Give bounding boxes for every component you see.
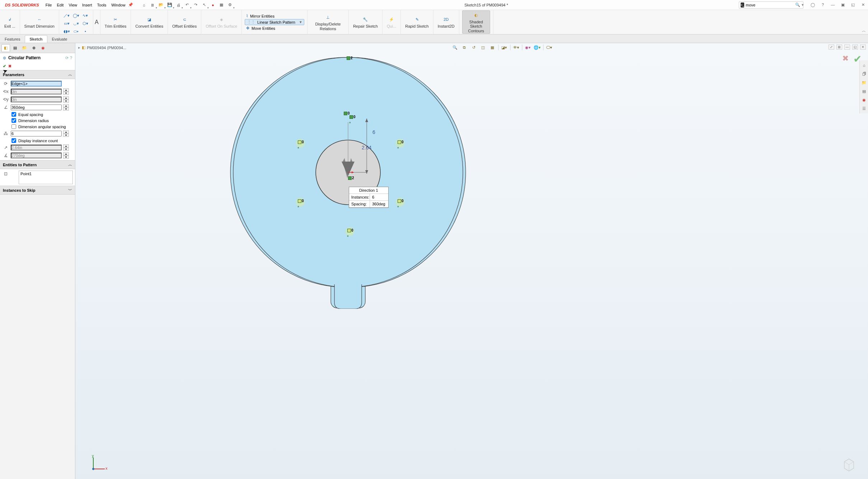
new-doc-icon[interactable]: 🗎 bbox=[149, 1, 156, 9]
marker-preview-4[interactable]: 0* bbox=[398, 199, 404, 203]
rail-properties-icon[interactable]: ☰ bbox=[860, 105, 868, 112]
tab-features[interactable]: Features bbox=[0, 35, 25, 43]
undo-icon[interactable]: ↶ bbox=[183, 1, 191, 9]
user-icon[interactable]: ◯ bbox=[810, 3, 816, 7]
line-icon[interactable]: ／▾ bbox=[64, 13, 70, 18]
relations-button[interactable]: ⊥ Display/Delete Relations bbox=[310, 13, 346, 31]
dim-radial[interactable]: 2.64 bbox=[362, 145, 371, 150]
select-icon[interactable]: ↖ bbox=[201, 1, 208, 9]
dim-radius-row[interactable]: Dimension radius bbox=[2, 118, 73, 123]
vp-min-icon[interactable]: — bbox=[844, 45, 850, 50]
pattern-drop-icon[interactable]: ▾ bbox=[300, 20, 302, 24]
property-tab-icon[interactable]: ▤ bbox=[11, 44, 19, 52]
pattern-callout[interactable]: Direction 1 Instances: 6 Spacing: 360deg… bbox=[349, 187, 389, 208]
angle-input[interactable] bbox=[11, 104, 62, 110]
restore-split-icon[interactable]: ▣ bbox=[840, 3, 846, 7]
help-icon[interactable]: ? bbox=[820, 3, 826, 7]
trim-button[interactable]: ✂ Trim Entities bbox=[103, 15, 128, 29]
menu-edit[interactable]: Edit bbox=[57, 3, 64, 7]
edit-appearance-icon[interactable]: ◉▾ bbox=[524, 44, 531, 51]
tab-evaluate[interactable]: Evaluate bbox=[47, 35, 72, 43]
accept-button[interactable]: ✔ bbox=[3, 64, 6, 69]
command-search[interactable]: >_ 🔍 ▾ bbox=[739, 1, 803, 9]
parameters-header[interactable]: Parameters ︿ bbox=[0, 70, 75, 79]
circle-icon[interactable]: ◯▾ bbox=[73, 13, 79, 18]
vp-link-icon[interactable]: ⤢ bbox=[829, 45, 834, 50]
minimize-icon[interactable]: — bbox=[830, 3, 836, 7]
tab-sketch[interactable]: Sketch bbox=[25, 35, 47, 43]
offset-x-spinner[interactable]: ▲▼ bbox=[63, 88, 69, 95]
instances-input[interactable] bbox=[11, 131, 62, 136]
breadcrumb-text[interactable]: PM009494 (PM0094... bbox=[87, 46, 126, 50]
vp-max-icon[interactable]: ◱ bbox=[852, 45, 858, 50]
rail-home-icon[interactable]: ⌂ bbox=[860, 62, 868, 69]
rect-icon[interactable]: ▭▾ bbox=[64, 21, 70, 26]
config-tab-icon[interactable]: 📁 bbox=[20, 44, 29, 52]
dim-vertical[interactable]: 6 bbox=[372, 129, 375, 135]
rebuild-icon[interactable]: ● bbox=[209, 1, 216, 9]
vp-close-icon[interactable]: ✕ bbox=[860, 45, 866, 50]
feature-tree-tab-icon[interactable]: ◧ bbox=[1, 44, 10, 52]
slot-icon[interactable]: ◖◗▾ bbox=[64, 29, 70, 34]
ellipse-icon[interactable]: ⬭▾ bbox=[74, 29, 79, 34]
callout-spacing-value[interactable]: 360deg bbox=[370, 201, 388, 207]
marker-preview-3[interactable]: 0* bbox=[298, 199, 304, 203]
start-angle-input[interactable] bbox=[11, 153, 62, 158]
rail-library-icon[interactable]: 📁 bbox=[860, 79, 868, 86]
offset-y-spinner[interactable]: ▲▼ bbox=[63, 96, 69, 103]
display-count-checkbox[interactable] bbox=[11, 138, 16, 143]
graphics-viewport[interactable]: ▸ ◧ PM009494 (PM0094... 🔍 ⧉ ↺ ◫ ▦ ◪▾ 👁▾ … bbox=[75, 43, 868, 479]
linear-pattern-row[interactable]: ⋮⋮ Linear Sketch Pattern ▾ bbox=[245, 19, 304, 25]
menu-window[interactable]: Window bbox=[111, 3, 125, 7]
redo-icon[interactable]: ↷ bbox=[192, 1, 199, 9]
search-input[interactable] bbox=[746, 3, 795, 7]
appearance-tab-icon[interactable]: ◉ bbox=[39, 44, 47, 52]
angle-spinner[interactable]: ▲▼ bbox=[63, 104, 69, 111]
marker-seed-b[interactable]: 0 * bbox=[349, 115, 356, 119]
marker-preview-1[interactable]: 0* bbox=[298, 140, 304, 144]
restore-icon[interactable]: ◱ bbox=[850, 3, 856, 7]
display-style-icon[interactable]: ◪▾ bbox=[501, 44, 508, 51]
text-icon[interactable]: A bbox=[95, 19, 99, 25]
dimxpert-tab-icon[interactable]: ⊕ bbox=[29, 44, 38, 52]
move-row[interactable]: ✥ Move Entities bbox=[245, 25, 277, 31]
entities-header[interactable]: Entities to Pattern ︿ bbox=[0, 160, 75, 169]
mirror-row[interactable]: ⌇ Mirror Entities bbox=[245, 13, 276, 19]
rail-resources-icon[interactable]: 🗍 bbox=[860, 70, 868, 78]
polygon-icon[interactable]: ⬡▾ bbox=[83, 21, 88, 26]
marker-origin[interactable]: 2 bbox=[348, 176, 354, 180]
view-settings-icon[interactable]: 🖵▾ bbox=[545, 44, 553, 51]
rapid-button[interactable]: ✎ Rapid Sketch bbox=[404, 15, 430, 29]
vp-new-icon[interactable]: ⊞ bbox=[836, 45, 842, 50]
print-icon[interactable]: 🖨 bbox=[175, 1, 182, 9]
menu-tools[interactable]: Tools bbox=[97, 3, 107, 7]
reference-cube-icon[interactable] bbox=[841, 456, 857, 473]
pin-menu-icon[interactable]: 📌 bbox=[128, 3, 133, 7]
equal-spacing-row[interactable]: Equal spacing bbox=[2, 112, 73, 117]
hide-show-icon[interactable]: 👁▾ bbox=[512, 44, 520, 51]
start-angle-spinner[interactable]: ▲▼ bbox=[63, 152, 69, 159]
instances-spinner[interactable]: ▲▼ bbox=[63, 130, 69, 137]
smart-dimension-button[interactable]: ↔ Smart Dimension bbox=[23, 15, 56, 29]
open-doc-icon[interactable]: 📂 bbox=[158, 1, 165, 9]
offset-button[interactable]: ⊂ Offset Entities bbox=[171, 15, 198, 29]
search-icon[interactable]: 🔍 bbox=[795, 3, 800, 7]
view-triad[interactable]: y x bbox=[90, 455, 108, 473]
apply-scene-icon[interactable]: 🌐▾ bbox=[534, 44, 541, 51]
save-icon[interactable]: 💾 bbox=[166, 1, 173, 9]
shaded-contours-button[interactable]: ◐ Shaded Sketch Contours bbox=[462, 10, 490, 33]
entities-list[interactable]: Point1 bbox=[19, 171, 73, 184]
marker-preview-2[interactable]: 0* bbox=[398, 140, 404, 144]
axis-input[interactable] bbox=[11, 81, 62, 87]
view-orient-icon[interactable]: ▦ bbox=[489, 44, 496, 51]
collapse-ribbon-icon[interactable]: ︿ bbox=[862, 28, 866, 33]
marker-top[interactable]: 2 bbox=[347, 56, 353, 60]
home-icon[interactable]: ⌂ bbox=[140, 1, 147, 9]
radius-input[interactable] bbox=[11, 145, 62, 150]
point-icon[interactable]: • bbox=[85, 29, 86, 33]
arc-icon[interactable]: ◡▾ bbox=[73, 21, 79, 26]
menu-insert[interactable]: Insert bbox=[82, 3, 92, 7]
display-count-row[interactable]: Display instance count bbox=[2, 138, 73, 143]
offset-y-input[interactable] bbox=[11, 97, 62, 102]
spline-icon[interactable]: ∿▾ bbox=[83, 13, 88, 18]
